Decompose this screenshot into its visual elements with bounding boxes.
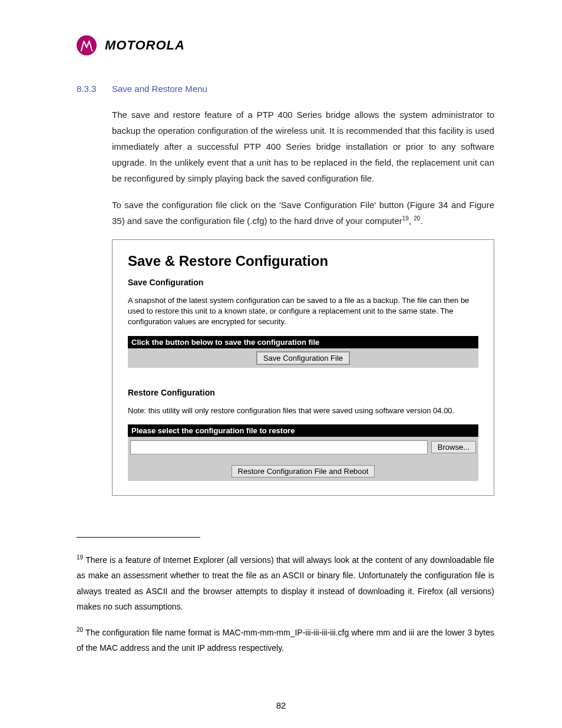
paragraph-2: To save the configuration file click on …: [112, 197, 494, 229]
section-title: Save and Restore Menu: [112, 84, 207, 94]
restore-config-heading: Restore Configuration: [128, 388, 478, 397]
footnote-separator: [77, 537, 200, 538]
restore-file-input[interactable]: [130, 440, 428, 454]
save-instruction-bar: Click the button below to save the confi…: [128, 336, 478, 348]
footnote-20: 20 The configuration file name format is…: [77, 624, 494, 656]
save-configuration-button[interactable]: Save Configuration File: [257, 352, 349, 364]
header-logo: MOTOROLA: [77, 35, 494, 55]
save-config-heading: Save Configuration: [128, 278, 478, 287]
restore-button-row: Restore Configuration File and Reboot: [128, 462, 478, 481]
embedded-screenshot: Save & Restore Configuration Save Config…: [112, 239, 494, 496]
motorola-logo-icon: [77, 35, 97, 55]
restore-instruction-bar: Please select the configuration file to …: [128, 424, 478, 437]
screenshot-title: Save & Restore Configuration: [128, 253, 478, 269]
section-heading: 8.3.3Save and Restore Menu: [77, 84, 494, 94]
footnote-19-marker: 19: [77, 554, 83, 561]
footnote-19: 19 There is a feature of Internet Explor…: [77, 552, 494, 615]
browse-button[interactable]: Browse...: [431, 441, 476, 453]
footnote-ref-20: 20: [414, 215, 420, 222]
save-config-description: A snapshot of the latest system configur…: [128, 295, 478, 328]
restore-config-note: Note: this utility will only restore con…: [128, 406, 478, 416]
section-number: 8.3.3: [77, 84, 112, 94]
paragraph-1: The save and restore feature of a PTP 40…: [112, 107, 494, 186]
page-number: 82: [0, 700, 562, 710]
brand-text: MOTOROLA: [105, 38, 185, 53]
footnote-20-marker: 20: [77, 627, 83, 633]
restore-file-row: Browse...: [128, 437, 478, 458]
restore-and-reboot-button[interactable]: Restore Configuration File and Reboot: [232, 465, 375, 477]
save-button-row: Save Configuration File: [128, 348, 478, 368]
footnote-ref-19: 19: [402, 215, 409, 222]
